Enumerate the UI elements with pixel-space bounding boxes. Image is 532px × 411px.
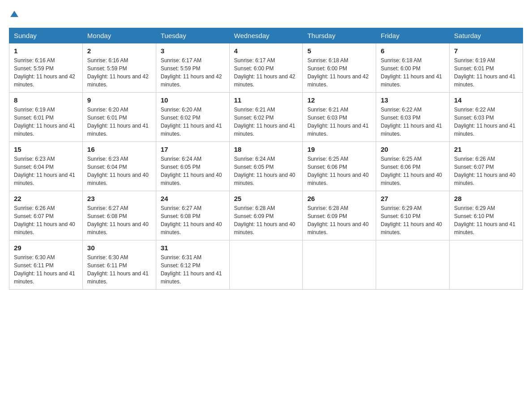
day-info: Sunrise: 6:19 AM Sunset: 6:01 PM Dayligh…: [14, 106, 78, 138]
sunrise-label: Sunrise: 6:21 AM: [234, 107, 275, 113]
day-number: 8: [14, 96, 78, 104]
day-info: Sunrise: 6:24 AM Sunset: 6:05 PM Dayligh…: [161, 155, 225, 187]
sunset-label: Sunset: 5:59 PM: [14, 65, 54, 72]
day-number: 15: [14, 146, 78, 153]
daylight-label: Daylight: 11 hours and 42 minutes.: [87, 73, 149, 88]
calendar-cell: 10 Sunrise: 6:20 AM Sunset: 6:02 PM Dayl…: [156, 93, 229, 142]
sunrise-label: Sunrise: 6:29 AM: [454, 205, 495, 211]
calendar-cell: 31 Sunrise: 6:31 AM Sunset: 6:12 PM Dayl…: [156, 240, 229, 290]
col-sunday: Sunday: [9, 28, 83, 43]
calendar-cell: 17 Sunrise: 6:24 AM Sunset: 6:05 PM Dayl…: [156, 142, 229, 191]
sunrise-label: Sunrise: 6:26 AM: [454, 156, 495, 162]
sunrise-label: Sunrise: 6:20 AM: [87, 107, 128, 113]
logo-arrow-icon: [9, 9, 19, 19]
week-row-5: 29 Sunrise: 6:30 AM Sunset: 6:11 PM Dayl…: [9, 240, 523, 290]
daylight-label: Daylight: 11 hours and 41 minutes.: [454, 123, 515, 137]
day-number: 9: [87, 96, 151, 104]
sunset-label: Sunset: 6:04 PM: [87, 164, 127, 170]
day-info: Sunrise: 6:18 AM Sunset: 6:00 PM Dayligh…: [381, 56, 445, 89]
daylight-label: Daylight: 11 hours and 41 minutes.: [381, 73, 442, 88]
day-info: Sunrise: 6:27 AM Sunset: 6:08 PM Dayligh…: [87, 204, 151, 236]
calendar-cell: 23 Sunrise: 6:27 AM Sunset: 6:08 PM Dayl…: [82, 191, 156, 240]
day-number: 12: [307, 96, 371, 104]
calendar-cell: 27 Sunrise: 6:29 AM Sunset: 6:10 PM Dayl…: [376, 191, 450, 240]
calendar-cell: [376, 240, 450, 290]
day-number: 19: [307, 146, 371, 153]
day-number: 4: [234, 47, 298, 55]
daylight-label: Daylight: 11 hours and 40 minutes.: [234, 172, 296, 186]
day-info: Sunrise: 6:17 AM Sunset: 5:59 PM Dayligh…: [161, 56, 225, 89]
week-row-2: 8 Sunrise: 6:19 AM Sunset: 6:01 PM Dayli…: [9, 93, 523, 142]
calendar-cell: [229, 240, 303, 290]
day-info: Sunrise: 6:23 AM Sunset: 6:04 PM Dayligh…: [87, 155, 151, 187]
daylight-label: Daylight: 11 hours and 41 minutes.: [14, 123, 75, 137]
daylight-label: Daylight: 11 hours and 40 minutes.: [307, 172, 369, 186]
sunrise-label: Sunrise: 6:19 AM: [454, 57, 495, 64]
daylight-label: Daylight: 11 hours and 40 minutes.: [161, 172, 222, 186]
day-number: 22: [14, 195, 78, 202]
sunset-label: Sunset: 6:07 PM: [14, 213, 54, 219]
calendar-cell: [303, 240, 376, 290]
col-monday: Monday: [82, 28, 156, 43]
sunrise-label: Sunrise: 6:27 AM: [161, 205, 202, 211]
day-number: 16: [87, 146, 151, 153]
calendar-cell: 4 Sunrise: 6:17 AM Sunset: 6:00 PM Dayli…: [229, 43, 303, 93]
day-number: 20: [381, 146, 445, 153]
sunset-label: Sunset: 6:10 PM: [454, 213, 494, 219]
sunset-label: Sunset: 6:01 PM: [14, 115, 54, 121]
day-number: 30: [87, 244, 151, 252]
day-number: 7: [454, 47, 518, 55]
sunrise-label: Sunrise: 6:24 AM: [234, 156, 275, 162]
calendar-cell: 9 Sunrise: 6:20 AM Sunset: 6:01 PM Dayli…: [82, 93, 156, 142]
sunrise-label: Sunrise: 6:26 AM: [14, 205, 55, 211]
day-number: 17: [161, 146, 225, 153]
day-info: Sunrise: 6:30 AM Sunset: 6:11 PM Dayligh…: [14, 253, 78, 286]
week-row-3: 15 Sunrise: 6:23 AM Sunset: 6:04 PM Dayl…: [9, 142, 523, 191]
sunrise-label: Sunrise: 6:16 AM: [14, 57, 55, 64]
daylight-label: Daylight: 11 hours and 41 minutes.: [161, 123, 222, 137]
daylight-label: Daylight: 11 hours and 41 minutes.: [87, 123, 149, 137]
calendar-cell: 19 Sunrise: 6:25 AM Sunset: 6:06 PM Dayl…: [303, 142, 376, 191]
sunset-label: Sunset: 6:05 PM: [234, 164, 274, 170]
sunset-label: Sunset: 6:08 PM: [161, 213, 201, 219]
sunrise-label: Sunrise: 6:30 AM: [87, 254, 128, 261]
calendar-cell: 13 Sunrise: 6:22 AM Sunset: 6:03 PM Dayl…: [376, 93, 450, 142]
sunrise-label: Sunrise: 6:25 AM: [381, 156, 421, 162]
col-thursday: Thursday: [303, 28, 376, 43]
sunset-label: Sunset: 6:04 PM: [14, 164, 54, 170]
day-number: 28: [454, 195, 518, 202]
daylight-label: Daylight: 11 hours and 40 minutes.: [234, 221, 296, 235]
sunset-label: Sunset: 6:08 PM: [87, 213, 127, 219]
daylight-label: Daylight: 11 hours and 41 minutes.: [161, 270, 222, 285]
sunrise-label: Sunrise: 6:27 AM: [87, 205, 128, 211]
day-number: 24: [161, 195, 225, 202]
day-number: 27: [381, 195, 445, 202]
calendar-cell: 29 Sunrise: 6:30 AM Sunset: 6:11 PM Dayl…: [9, 240, 83, 290]
day-number: 23: [87, 195, 151, 202]
col-friday: Friday: [376, 28, 450, 43]
day-number: 14: [454, 96, 518, 104]
calendar-cell: 18 Sunrise: 6:24 AM Sunset: 6:05 PM Dayl…: [229, 142, 303, 191]
sunrise-label: Sunrise: 6:24 AM: [161, 156, 202, 162]
calendar-cell: 15 Sunrise: 6:23 AM Sunset: 6:04 PM Dayl…: [9, 142, 83, 191]
sunset-label: Sunset: 6:07 PM: [454, 164, 494, 170]
calendar-table: Sunday Monday Tuesday Wednesday Thursday…: [9, 28, 523, 290]
calendar-cell: 8 Sunrise: 6:19 AM Sunset: 6:01 PM Dayli…: [9, 93, 83, 142]
daylight-label: Daylight: 11 hours and 40 minutes.: [87, 172, 149, 186]
sunrise-label: Sunrise: 6:18 AM: [307, 57, 348, 64]
sunrise-label: Sunrise: 6:22 AM: [381, 107, 421, 113]
calendar-cell: 1 Sunrise: 6:16 AM Sunset: 5:59 PM Dayli…: [9, 43, 83, 93]
daylight-label: Daylight: 11 hours and 40 minutes.: [454, 172, 515, 186]
sunrise-label: Sunrise: 6:25 AM: [307, 156, 348, 162]
col-wednesday: Wednesday: [229, 28, 303, 43]
sunrise-label: Sunrise: 6:28 AM: [307, 205, 348, 211]
sunset-label: Sunset: 6:09 PM: [234, 213, 274, 219]
sunrise-label: Sunrise: 6:22 AM: [454, 107, 495, 113]
sunrise-label: Sunrise: 6:31 AM: [161, 254, 202, 261]
daylight-label: Daylight: 11 hours and 41 minutes.: [307, 123, 369, 137]
day-number: 21: [454, 146, 518, 153]
day-info: Sunrise: 6:28 AM Sunset: 6:09 PM Dayligh…: [307, 204, 371, 236]
day-info: Sunrise: 6:17 AM Sunset: 6:00 PM Dayligh…: [234, 56, 298, 89]
daylight-label: Daylight: 11 hours and 41 minutes.: [454, 221, 515, 235]
column-headers: Sunday Monday Tuesday Wednesday Thursday…: [9, 28, 523, 43]
